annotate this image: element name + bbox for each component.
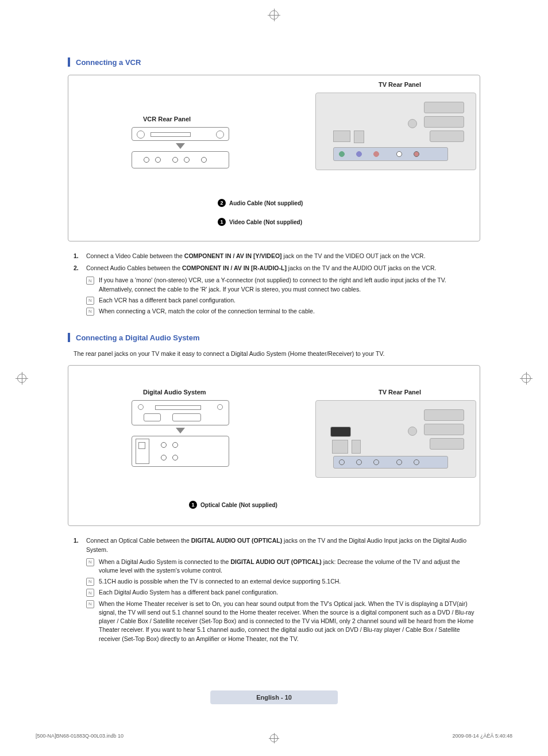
footer-filename: [500-NA]BN68-01883Q-00L03.indb 10 [36, 733, 124, 739]
note-icon: N [86, 277, 94, 285]
note-item: N When the Home Theater receiver is set … [86, 600, 480, 643]
page-number-badge: English - 10 [210, 690, 338, 704]
tv-panel-label: TV Rear Panel [379, 389, 421, 396]
heading-bar-icon [68, 57, 70, 67]
note-icon: N [86, 589, 94, 597]
tv-rear-panel-illustration [315, 400, 476, 478]
registration-mark-icon [522, 374, 531, 383]
digital-audio-system-illustration [132, 400, 229, 467]
digital-audio-system-label: Digital Audio System [143, 389, 206, 396]
circled-2-icon: 2 [218, 199, 226, 207]
section-heading-digital-audio: Connecting a Digital Audio System [68, 333, 480, 342]
page-content: Connecting a VCR VCR Rear Panel TV Rear … [33, 17, 515, 739]
vcr-instructions: 1. Connect a Video Cable between the COM… [68, 252, 480, 316]
audio-cable-label: 2 Audio Cable (Not supplied) [218, 199, 303, 207]
note-item: N When a Digital Audio System is connect… [86, 558, 480, 575]
instruction-step: 1. Connect an Optical Cable between the … [74, 536, 480, 554]
note-icon: N [86, 558, 94, 566]
footer-timestamp: 2009-08-14 ¿ÀÈÄ 5:40:48 [452, 733, 512, 739]
circled-1-icon: 1 [218, 218, 226, 226]
section-title: Connecting a VCR [76, 58, 141, 67]
note-item: N Each VCR has a different back panel co… [86, 296, 480, 305]
note-item: N 5.1CH audio is possible when the TV is… [86, 577, 480, 586]
tv-panel-label: TV Rear Panel [379, 81, 421, 88]
optical-cable-label: 1 Optical Cable (Not supplied) [189, 501, 277, 509]
note-item: N When connecting a VCR, match the color… [86, 307, 480, 316]
vcr-connection-diagram: VCR Rear Panel TV Rear Panel [68, 75, 480, 241]
section-heading-vcr: Connecting a VCR [68, 57, 480, 67]
vcr-panel-label: VCR Rear Panel [143, 116, 191, 122]
instruction-step: 2. Connect Audio Cables between the COMP… [74, 264, 480, 273]
section-intro: The rear panel jacks on your TV make it … [74, 350, 480, 357]
video-cable-label: 1 Video Cable (Not supplied) [218, 218, 302, 226]
registration-mark-icon [17, 374, 26, 383]
note-icon: N [86, 308, 94, 316]
note-icon: N [86, 600, 94, 608]
digital-audio-instructions: 1. Connect an Optical Cable between the … [68, 536, 480, 643]
registration-mark-icon [270, 734, 278, 742]
circled-1-icon: 1 [189, 501, 197, 509]
vcr-illustration [126, 127, 235, 173]
tv-rear-panel-illustration [315, 93, 476, 170]
note-icon: N [86, 297, 94, 305]
note-item: N If you have a 'mono' (non-stereo) VCR,… [86, 276, 480, 293]
note-icon: N [86, 578, 94, 586]
heading-bar-icon [68, 333, 70, 342]
digital-audio-diagram: Digital Audio System TV Rear Panel [68, 365, 480, 526]
section-title: Connecting a Digital Audio System [76, 333, 199, 342]
note-item: N Each Digital Audio System has a differ… [86, 588, 480, 597]
instruction-step: 1. Connect a Video Cable between the COM… [74, 252, 480, 260]
